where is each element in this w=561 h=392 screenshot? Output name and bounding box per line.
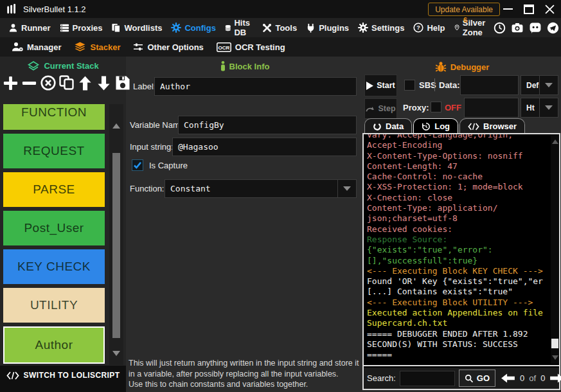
function-dropdown-button[interactable] <box>337 180 356 197</box>
stack-block-author[interactable]: Author <box>3 326 105 364</box>
close-icon <box>545 4 555 14</box>
stack-block-post-user[interactable]: Post_User <box>3 211 105 245</box>
arrow-right-icon <box>549 373 561 384</box>
stack-block-label: Author <box>35 338 73 352</box>
search-input[interactable] <box>400 371 455 386</box>
switch-to-loliscript-button[interactable]: SWITCH TO LOLISCRIPT <box>6 371 120 380</box>
current-stack-title: Current Stack <box>44 61 98 71</box>
move-up-button[interactable] <box>76 72 94 94</box>
maximize-button[interactable] <box>524 4 534 14</box>
proxy-type-value: Ht <box>521 103 539 112</box>
tab-ocr-testing[interactable]: OCR OCR Testing <box>210 37 292 57</box>
save-stack-button[interactable] <box>114 72 131 94</box>
scroll-down-icon[interactable] <box>112 351 120 356</box>
stack-block-parse[interactable]: PARSE <box>3 172 105 207</box>
scrollbar-thumb[interactable] <box>112 153 120 338</box>
search-go-button[interactable]: GO <box>459 370 495 387</box>
log-scrollbar[interactable] <box>551 134 559 364</box>
tab-log[interactable]: Log <box>413 118 458 134</box>
sbs-checkbox[interactable] <box>404 80 415 91</box>
label-input[interactable] <box>154 77 357 96</box>
telegram-button[interactable] <box>547 22 559 34</box>
label-field-caption: Label: <box>133 82 156 91</box>
step-label: Step <box>378 104 395 113</box>
move-down-button[interactable] <box>95 72 112 94</box>
menu-item-tools[interactable]: Tools <box>258 18 301 37</box>
proxy-type-select[interactable]: Ht <box>521 98 558 118</box>
stack-block-function[interactable]: FUNCTION <box>3 104 105 130</box>
debugger-tabs: Data Log Browser <box>364 118 525 134</box>
stack-block-request[interactable]: REQUEST <box>3 134 105 168</box>
menu-item-label: Proxies <box>73 23 103 33</box>
screenshot-button[interactable] <box>511 22 524 34</box>
debug-data-input[interactable] <box>460 75 519 95</box>
menu-item-silver-zone[interactable]: Silver Zone <box>450 18 494 37</box>
remove-block-button[interactable] <box>21 72 38 94</box>
menu-item-wordlists[interactable]: Wordlists <box>107 18 166 37</box>
chevron-down-icon <box>545 83 553 87</box>
log-line: X-Content-Type-Options: nosniff <box>367 151 549 161</box>
minimize-button[interactable] <box>503 8 513 10</box>
menu-item-hits-db[interactable]: Hits DB <box>220 18 258 37</box>
wordlist-type-select[interactable]: Def <box>521 75 558 95</box>
is-capture-checkbox[interactable] <box>132 159 143 171</box>
clone-block-button[interactable] <box>58 72 75 94</box>
function-select[interactable]: Constant <box>165 179 357 198</box>
tab-label: Stacker <box>90 42 120 52</box>
menu-item-configs[interactable]: Configs <box>166 18 220 37</box>
tab-stacker[interactable]: Stacker <box>67 37 127 57</box>
close-button[interactable] <box>545 4 555 14</box>
scrollbar-thumb[interactable] <box>551 339 558 348</box>
tab-data[interactable]: Data <box>364 118 412 134</box>
discord-icon <box>529 22 542 34</box>
log-line: Accept-Encoding <box>367 140 549 150</box>
update-available-button[interactable]: Update Available <box>428 3 500 16</box>
scroll-down-icon[interactable] <box>552 355 558 360</box>
scroll-up-icon[interactable] <box>112 123 120 129</box>
stack-block-label: PARSE <box>33 183 75 197</box>
tab-other-options[interactable]: Other Options <box>127 37 209 57</box>
stack-block-key-check[interactable]: KEY CHECK <box>3 249 105 284</box>
menu-item-settings[interactable]: Settings <box>353 18 409 37</box>
scroll-up-icon[interactable] <box>552 139 558 144</box>
log-line: X-XSS-Protection: 1; mode=block <box>367 182 549 192</box>
stack-scrollbar[interactable] <box>109 104 123 365</box>
menu-item-help[interactable]: ? Help <box>409 18 449 37</box>
hits-db-icon <box>225 23 231 33</box>
menu-item-runner[interactable]: Runner <box>4 18 55 37</box>
tab-manager[interactable]: Manager <box>5 37 67 57</box>
tab-browser[interactable]: Browser <box>459 118 525 134</box>
proxy-input[interactable] <box>464 98 519 118</box>
search-icon <box>465 374 474 383</box>
debugger-header: Debugger <box>363 61 561 73</box>
discord-button[interactable] <box>529 22 542 34</box>
stack-block-list: FUNCTION REQUEST PARSE Post_User KEY CHE… <box>3 104 106 365</box>
proxy-type-dropdown[interactable] <box>539 98 558 117</box>
menu-item-label: Tools <box>275 23 297 33</box>
tab-label: Log <box>434 121 450 131</box>
next-match-button[interactable] <box>549 373 561 384</box>
add-block-button[interactable] <box>2 72 19 94</box>
proxy-status: OFF <box>445 103 461 112</box>
debugger-log[interactable]: Vary: Accept-Language,Origin,Accept-Enco… <box>364 134 559 366</box>
variable-name-input[interactable] <box>178 116 357 134</box>
previous-match-button[interactable] <box>501 373 515 384</box>
tab-label: OCR Testing <box>235 42 285 52</box>
maximize-icon <box>524 4 534 14</box>
search-label: Search: <box>367 373 396 383</box>
start-button[interactable]: Start <box>364 75 397 96</box>
menu-item-plugins[interactable]: Plugins <box>301 18 353 37</box>
clear-stack-button[interactable] <box>39 72 57 94</box>
proxy-checkbox[interactable] <box>431 102 441 112</box>
step-button[interactable]: Step <box>364 98 397 119</box>
history-button[interactable] <box>494 22 506 34</box>
input-string-input[interactable] <box>172 138 357 156</box>
stack-block-utility[interactable]: UTILITY <box>3 288 105 323</box>
info-icon <box>220 61 226 71</box>
wordlist-type-value: Def <box>521 81 539 90</box>
log-line: Received cookies: <box>367 224 549 235</box>
log-line: [...] Contains exists":"true" <box>367 287 549 297</box>
log-line: Found 'OR' Key {"exists":"true","er <box>367 276 549 287</box>
wordlist-type-dropdown[interactable] <box>539 76 558 94</box>
menu-item-proxies[interactable]: Proxies <box>55 18 107 37</box>
